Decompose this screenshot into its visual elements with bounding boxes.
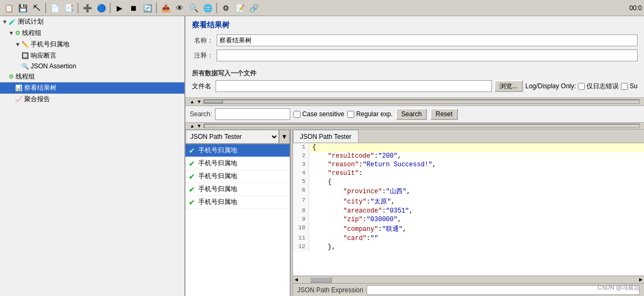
line-content-2: "resultcode":"200", (309, 152, 644, 160)
sidebar-item-json-assertion[interactable]: 🔍 JSON Assertion (0, 61, 184, 71)
scroll-track[interactable] (299, 277, 638, 283)
scroll-divider-1: ▲ ▼ (185, 97, 644, 106)
sidebar-item-thread-group-1[interactable]: ▼ ⚙ 线程组 (0, 27, 184, 39)
reset-button[interactable]: Reset (430, 108, 457, 120)
name-label: 名称： (192, 36, 213, 45)
scroll-up-2[interactable]: ▲ (190, 123, 195, 129)
expression-bar: JSON Path Expression (293, 283, 644, 296)
sidebar-item-test-plan[interactable]: ▼ 🧪 测试计划 (0, 16, 184, 27)
result-label-3: 手机号归属地 (198, 185, 237, 194)
json-path-tester-tab[interactable]: JSON Path Tester (293, 130, 359, 143)
toolbar-btn-5[interactable]: 📑 (62, 2, 75, 15)
name-input[interactable] (217, 34, 638, 46)
toggle-test-plan[interactable]: ▼ (2, 19, 8, 25)
search-input[interactable] (215, 108, 290, 120)
line-num-8: 8 (293, 207, 309, 215)
comment-input[interactable] (217, 50, 638, 61)
content-area: ▼ 🧪 测试计划 ▼ ⚙ 线程组 ▼ ✏️ 手机号归属地 🔲 响应断言 🔍 JS… (0, 16, 644, 296)
comment-label: 注释： (192, 51, 213, 60)
json-line-2: 2 "resultcode":"200", (293, 152, 644, 160)
label-agg-report: 聚合报告 (24, 95, 50, 104)
line-num-3: 3 (293, 160, 309, 169)
scroll-right-btn[interactable]: ▶ (638, 277, 644, 282)
line-num-9: 9 (293, 215, 309, 224)
regex-label[interactable]: Regular exp. (347, 110, 392, 118)
result-item-1[interactable]: ✔ 手机号归属地 (185, 157, 290, 170)
toolbar-btn-4[interactable]: 📄 (48, 2, 61, 15)
su-checkbox[interactable]: Su (621, 82, 638, 90)
json-line-4: 4 "result": (293, 169, 644, 178)
toolbar: 📋 💾 ⛏ 📄 📑 ➕ 🔵 ▶ ⏹ 🔄 📤 👁 🔍 🌐 ⚙ 📝 🔗 00:0 (0, 0, 644, 16)
scroll-up-1[interactable]: ▲ (190, 99, 195, 104)
json-line-11: 11 "card":"" (293, 234, 644, 243)
toggle-phone[interactable]: ▼ (15, 41, 20, 47)
icon-view-result: 📊 (15, 84, 23, 91)
toolbar-btn-10[interactable]: 🔍 (187, 2, 200, 15)
hscroll-2[interactable] (204, 124, 640, 128)
toggle-thread-1[interactable]: ▼ (9, 30, 14, 36)
expression-input[interactable] (367, 285, 640, 295)
json-hscroll[interactable]: ◀ ▶ (293, 276, 644, 283)
toolbar-btn-6[interactable]: ➕ (81, 2, 94, 15)
result-label-0: 手机号归属地 (198, 146, 237, 155)
line-content-6: "province":"山西", (309, 186, 644, 196)
toolbar-btn-12[interactable]: ⚙ (219, 2, 232, 15)
toolbar-btn-1[interactable]: 📋 (2, 2, 15, 15)
icon-test-plan: 🧪 (9, 18, 16, 25)
sidebar-item-phone-attr[interactable]: ▼ ✏️ 手机号归属地 (0, 39, 184, 50)
sidebar-item-response-assert[interactable]: 🔲 响应断言 (0, 50, 184, 61)
icon-response-assert: 🔲 (22, 52, 29, 59)
toolbar-btn-3[interactable]: ⛏ (30, 2, 43, 15)
sidebar-item-thread-group-2[interactable]: ⚙ 线程组 (0, 71, 184, 82)
su-input[interactable] (621, 83, 628, 90)
icon-agg-report: 📈 (15, 96, 23, 103)
sidebar-item-agg-report[interactable]: 📈 聚合报告 (0, 94, 184, 105)
toolbar-btn-run[interactable]: ▶ (113, 2, 126, 15)
scroll-left-btn[interactable]: ◀ (293, 277, 299, 282)
result-item-2[interactable]: ✔ 手机号归属地 (185, 170, 290, 183)
dropdown-arrow[interactable]: ▼ (279, 130, 290, 144)
case-sensitive-checkbox[interactable] (294, 111, 300, 118)
json-path-dropdown[interactable]: JSON Path Tester (185, 130, 279, 144)
scroll-down-2[interactable]: ▼ (197, 123, 202, 129)
toolbar-btn-refresh[interactable]: 🔄 (141, 2, 154, 15)
toolbar-btn-11[interactable]: 🌐 (201, 2, 214, 15)
right-panel: 察看结果树 名称： 注释： 所有数据写入一个文件 文件名 浏览... (185, 16, 644, 296)
scroll-thumb[interactable] (310, 277, 332, 283)
scroll-down-1[interactable]: ▼ (197, 99, 202, 104)
sidebar-item-view-result[interactable]: 📊 察看结果树 (0, 82, 184, 94)
line-num-6: 6 (293, 186, 309, 196)
regex-checkbox[interactable] (347, 111, 354, 118)
line-content-3: "reason":"Return Successd!", (309, 160, 644, 169)
toolbar-btn-13[interactable]: 📝 (233, 2, 246, 15)
json-line-9: 9 "zip":"030000", (293, 215, 644, 224)
toolbar-btn-8[interactable]: 📤 (159, 2, 172, 15)
result-item-4[interactable]: ✔ 手机号归属地 (185, 196, 290, 209)
label-thread-2: 线程组 (16, 72, 35, 81)
filename-input[interactable] (216, 80, 492, 92)
icon-thread-2: ⚙ (9, 73, 14, 80)
log-display-label: Log/Display Only: (525, 82, 576, 90)
browse-button[interactable]: 浏览... (494, 80, 523, 92)
toolbar-sep-5 (216, 3, 217, 13)
json-tab-bar: JSON Path Tester (293, 130, 644, 143)
icon-json-assert: 🔍 (22, 63, 29, 70)
search-button[interactable]: Search (396, 108, 427, 120)
json-content[interactable]: 1 { 2 "resultcode":"200", 3 "reason":"Re… (293, 143, 644, 276)
line-num-2: 2 (293, 152, 309, 160)
hscroll-1[interactable] (204, 100, 640, 104)
only-errors-input[interactable] (578, 83, 585, 90)
result-item-0[interactable]: ✔ 手机号归属地 (185, 144, 290, 157)
toolbar-btn-14[interactable]: 🔗 (247, 2, 260, 15)
line-num-7: 7 (293, 196, 309, 207)
result-item-3[interactable]: ✔ 手机号归属地 (185, 183, 290, 196)
toolbar-btn-7[interactable]: 🔵 (95, 2, 108, 15)
case-sensitive-label[interactable]: Case sensitive (294, 110, 344, 118)
toolbar-btn-2[interactable]: 💾 (16, 2, 29, 15)
hscroll-thumb-1[interactable] (204, 100, 223, 103)
toolbar-btn-stop[interactable]: ⏹ (127, 2, 140, 15)
only-errors-checkbox[interactable]: 仅日志错误 (578, 82, 619, 91)
line-content-1: { (309, 143, 644, 152)
toolbar-btn-9[interactable]: 👁 (173, 2, 186, 15)
json-line-7: 7 "city":"太原", (293, 196, 644, 207)
